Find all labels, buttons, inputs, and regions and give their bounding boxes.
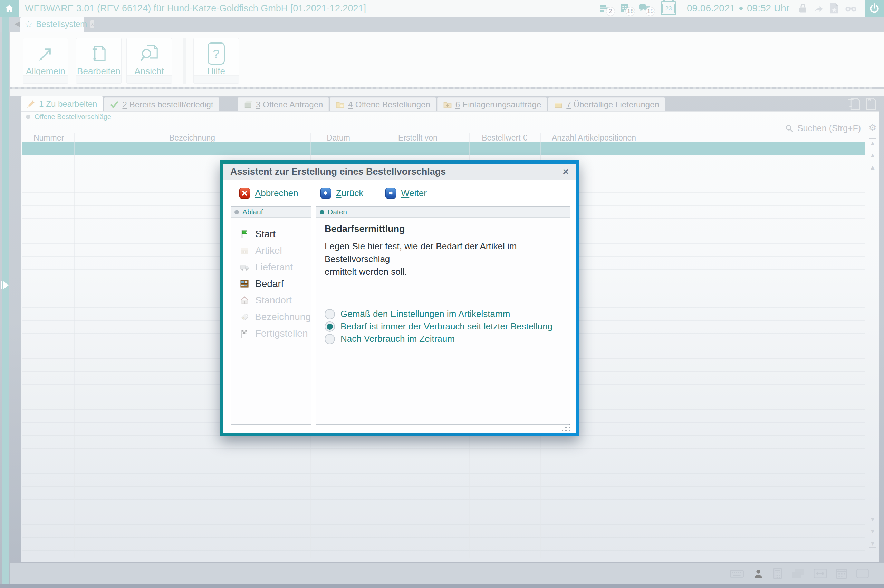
truck-icon (240, 262, 249, 272)
back-arrow-icon (320, 188, 331, 198)
next-arrow-icon (386, 188, 396, 198)
bestellvorschlag-wizard-dialog: Assistent zur Erstellung eines Bestellvo… (220, 160, 579, 436)
dialog-resize-grip[interactable] (562, 424, 571, 431)
daten-panel-header: Daten (316, 207, 570, 218)
checkered-flag-icon (240, 329, 249, 338)
step-description: Legen Sie hier fest, wie der Bedarf der … (324, 240, 562, 278)
radio-option-verbrauch-seit-bestellung[interactable]: Bedarf ist immer der Verbrauch seit letz… (324, 320, 562, 333)
radio-option-artikelstamm[interactable]: Gemäß den Einstellungen im Artikelstamm (324, 308, 562, 320)
label-tag-icon (240, 312, 249, 322)
application-window: WEBWARE 3.01 (REV 66124) für Hund-Katze-… (0, 0, 884, 588)
shelf-icon (240, 279, 249, 289)
green-flag-icon (240, 229, 249, 239)
flow-step-bezeichnung: Bezeichnung (231, 309, 311, 325)
dialog-toolbar: Abbrechen Zurück Weiter (231, 184, 570, 202)
panel-bullet-icon (234, 210, 239, 214)
flow-step-artikel: Artikel (231, 242, 311, 259)
article-package-icon (240, 246, 249, 255)
radio-option-verbrauch-zeitraum[interactable]: Nach Verbrauch im Zeitraum (324, 333, 562, 345)
abbrechen-button[interactable]: Abbrechen (239, 188, 298, 198)
flow-step-bedarf[interactable]: Bedarf (231, 276, 311, 292)
bedarf-options-group: Gemäß den Einstellungen im Artikelstamm … (324, 308, 562, 345)
cancel-icon (239, 188, 250, 198)
dialog-title-bar[interactable]: Assistent zur Erstellung eines Bestellvo… (224, 164, 576, 180)
dialog-title: Assistent zur Erstellung eines Bestellvo… (230, 166, 446, 177)
weiter-button[interactable]: Weiter (386, 188, 427, 198)
zurueck-button[interactable]: Zurück (320, 188, 363, 198)
panel-bullet-icon (320, 210, 324, 214)
flow-step-lieferant: Lieferant (231, 259, 311, 276)
ablauf-panel-header: Ablauf (231, 207, 311, 218)
dialog-close-icon[interactable]: × (563, 166, 569, 177)
flow-step-start[interactable]: Start (231, 226, 311, 242)
radio-icon (324, 321, 335, 332)
flow-step-fertigstellen: Fertigstellen (231, 325, 311, 342)
radio-icon (324, 334, 335, 344)
daten-panel: Daten Bedarfsermittlung Legen Sie hier f… (316, 207, 570, 424)
step-heading: Bedarfsermittlung (324, 224, 562, 234)
radio-icon (324, 309, 335, 320)
house-icon (240, 296, 249, 305)
ablauf-panel: Ablauf Start Artikel Liefe (231, 207, 311, 424)
flow-step-standort: Standort (231, 292, 311, 309)
